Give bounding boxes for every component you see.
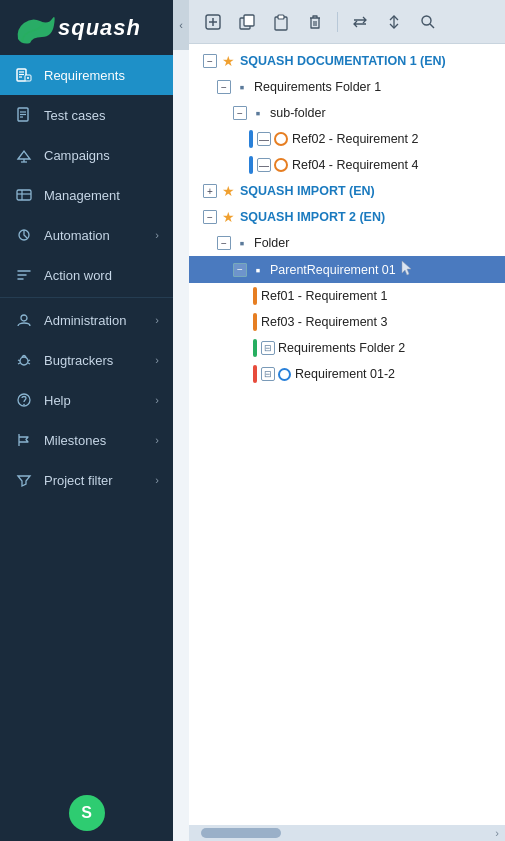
sidebar-item-bugtrackers[interactable]: Bugtrackers › (0, 340, 173, 380)
sidebar-item-label: Help (44, 393, 155, 408)
status-bar-blue (249, 130, 253, 148)
logo-area: squash (0, 0, 173, 55)
tree-node-proj2[interactable]: ★ SQUASH IMPORT (EN) (189, 178, 505, 204)
sidebar-item-management[interactable]: Management (0, 175, 173, 215)
cursor-indicator (400, 259, 414, 280)
sidebar-item-label: Action word (44, 268, 159, 283)
svg-rect-29 (244, 15, 254, 26)
management-icon (14, 185, 34, 205)
sidebar-item-label: Test cases (44, 108, 159, 123)
sidebar-item-administration[interactable]: Administration › (0, 300, 173, 340)
tree-node-parent-req[interactable]: ▪ ParentRequirement 01 (189, 256, 505, 283)
sidebar-item-milestones[interactable]: Milestones › (0, 420, 173, 460)
svg-line-36 (430, 24, 434, 28)
proj3-label: SQUASH IMPORT 2 (EN) (240, 210, 385, 224)
project-filter-arrow: › (155, 474, 159, 486)
sidebar-item-test-cases[interactable]: Test cases (0, 95, 173, 135)
copy-button[interactable] (233, 8, 261, 36)
search-button[interactable] (414, 8, 442, 36)
clock-icon-02 (274, 132, 288, 146)
svg-point-18 (20, 357, 28, 365)
tree-node-folder2[interactable]: ▪ Folder (189, 230, 505, 256)
tree-node-req03[interactable]: Ref03 - Requirement 3 (189, 309, 505, 335)
bugtrackers-icon (14, 350, 34, 370)
sidebar-item-campaigns[interactable]: Campaigns (0, 135, 173, 175)
tree-node-req012[interactable]: ⊟ Requirement 01-2 (189, 361, 505, 387)
monitor-icon: ⊟ (261, 341, 275, 355)
logo-text: squash (58, 15, 141, 41)
req-icon-02: — (257, 132, 271, 146)
req01-label: Ref01 - Requirement 1 (261, 289, 387, 303)
administration-icon (14, 310, 34, 330)
toggle-proj2[interactable] (203, 184, 217, 198)
svg-rect-31 (278, 15, 284, 19)
svg-point-35 (422, 16, 431, 25)
tree-node-subfolder1[interactable]: ▪ sub-folder (189, 100, 505, 126)
sidebar-item-label: Bugtrackers (44, 353, 155, 368)
tree-node-req02[interactable]: — Ref02 - Requirement 2 (189, 126, 505, 152)
status-bar-orange-1 (253, 287, 257, 305)
req-icon-04: — (257, 158, 271, 172)
tree-node-proj3[interactable]: ★ SQUASH IMPORT 2 (EN) (189, 204, 505, 230)
scrollbar-thumb[interactable] (201, 828, 281, 838)
sidebar-item-label: Automation (44, 228, 155, 243)
sidebar-collapse-button[interactable]: ‹ (173, 0, 189, 50)
main-content: ★ SQUASH DOCUMENTATION 1 (EN) ▪ Requirem… (189, 0, 505, 841)
sidebar-item-action-word[interactable]: Action word (0, 255, 173, 295)
toggle-subfolder1[interactable] (233, 106, 247, 120)
toggle-parent-req[interactable] (233, 263, 247, 277)
toggle-proj1[interactable] (203, 54, 217, 68)
svg-line-22 (28, 363, 30, 364)
svg-point-24 (23, 404, 25, 406)
campaigns-icon (14, 145, 34, 165)
automation-arrow: › (155, 229, 159, 241)
sort-button[interactable] (380, 8, 408, 36)
transfer-button[interactable] (346, 8, 374, 36)
test-cases-icon (14, 105, 34, 125)
star-icon-proj3: ★ (220, 209, 236, 225)
sidebar-item-requirements[interactable]: Requirements (0, 55, 173, 95)
milestones-arrow: › (155, 434, 159, 446)
sidebar-item-automation[interactable]: Automation › (0, 215, 173, 255)
sidebar-item-label: Milestones (44, 433, 155, 448)
user-avatar[interactable]: S (69, 795, 105, 831)
proj1-label: SQUASH DOCUMENTATION 1 (EN) (240, 54, 446, 68)
reqfolder2-label: Requirements Folder 2 (278, 341, 405, 355)
horizontal-scrollbar[interactable]: › (189, 825, 505, 841)
folder1-label: Requirements Folder 1 (254, 80, 381, 94)
scroll-right-arrow[interactable]: › (495, 827, 503, 839)
req03-label: Ref03 - Requirement 3 (261, 315, 387, 329)
req04-label: Ref04 - Requirement 4 (292, 158, 418, 172)
toggle-folder1[interactable] (217, 80, 231, 94)
star-icon-proj2: ★ (220, 183, 236, 199)
toggle-folder2[interactable] (217, 236, 231, 250)
dark-folder-icon: ▪ (250, 262, 266, 278)
status-bar-green (253, 339, 257, 357)
folder2-label: Folder (254, 236, 289, 250)
administration-arrow: › (155, 314, 159, 326)
folder-icon-2: ▪ (234, 235, 250, 251)
add-button[interactable] (199, 8, 227, 36)
paste-button[interactable] (267, 8, 295, 36)
sidebar-item-project-filter[interactable]: Project filter › (0, 460, 173, 500)
tree-node-req04[interactable]: — Ref04 - Requirement 4 (189, 152, 505, 178)
req-icon-012: ⊟ (261, 367, 275, 381)
sidebar-item-help[interactable]: Help › (0, 380, 173, 420)
tree-node-req01[interactable]: Ref01 - Requirement 1 (189, 283, 505, 309)
sidebar-item-label: Project filter (44, 473, 155, 488)
toolbar-separator-1 (337, 12, 338, 32)
sidebar: squash Requirements (0, 0, 173, 841)
help-icon (14, 390, 34, 410)
req012-label: Requirement 01-2 (295, 367, 395, 381)
action-word-icon (14, 265, 34, 285)
tree-node-proj1[interactable]: ★ SQUASH DOCUMENTATION 1 (EN) (189, 48, 505, 74)
tree-node-reqfolder2[interactable]: ⊟ Requirements Folder 2 (189, 335, 505, 361)
tree-area[interactable]: ★ SQUASH DOCUMENTATION 1 (EN) ▪ Requirem… (189, 44, 505, 825)
clock-icon-04 (274, 158, 288, 172)
toggle-proj3[interactable] (203, 210, 217, 224)
help-arrow: › (155, 394, 159, 406)
tree-node-folder1[interactable]: ▪ Requirements Folder 1 (189, 74, 505, 100)
folder-icon-sub: ▪ (250, 105, 266, 121)
delete-button[interactable] (301, 8, 329, 36)
subfolder1-label: sub-folder (270, 106, 326, 120)
